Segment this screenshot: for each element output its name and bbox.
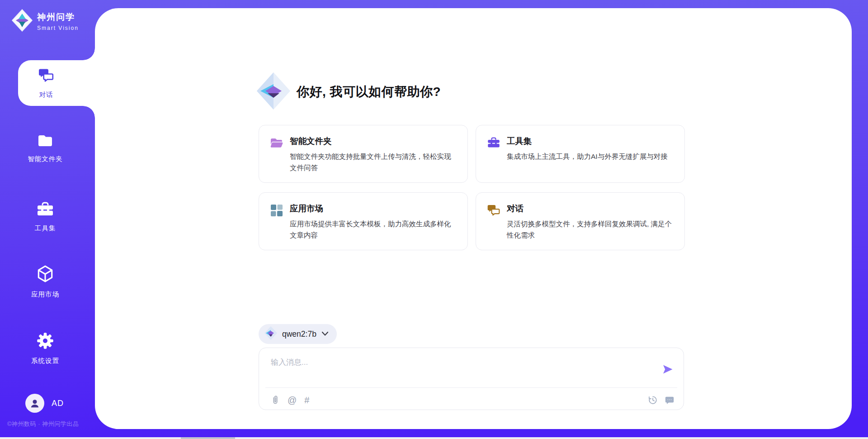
feature-cards: 智能文件夹 智能文件夹功能支持批量文件上传与清洗，轻松实现文件问答 工具集 集成…: [259, 125, 685, 250]
brand-name: 神州问学: [37, 11, 79, 23]
chat-bubbles-icon: [38, 67, 54, 86]
sidebar-item-chat[interactable]: 对话: [18, 60, 95, 106]
sidebar-item-toolset[interactable]: 工具集: [0, 201, 90, 233]
model-name: qwen2:7b: [282, 329, 316, 339]
chevron-down-icon: [321, 330, 329, 338]
feedback-button[interactable]: [665, 395, 675, 405]
hashtag-icon: #: [304, 395, 309, 405]
main-content-panel: 你好, 我可以如何帮助你? 智能文件夹 智能文件夹功能支持批量文件上传与清洗，轻…: [95, 8, 852, 429]
horizontal-scrollbar[interactable]: [0, 437, 868, 439]
sidebar-item-label: 对话: [39, 91, 53, 99]
cube-icon: [36, 264, 55, 285]
card-toolset[interactable]: 工具集 集成市场上主流工具，助力AI与外界无缝扩展与对接: [476, 125, 685, 183]
card-smart-folder[interactable]: 智能文件夹 智能文件夹功能支持批量文件上传与清洗，轻松实现文件问答: [259, 125, 468, 183]
toolbox-icon: [487, 136, 500, 174]
comment-icon: [665, 395, 675, 405]
sidebar-item-app-market[interactable]: 应用市场: [0, 264, 90, 299]
model-diamond-icon: [264, 326, 277, 342]
card-title: 工具集: [507, 135, 668, 147]
card-title: 应用市场: [290, 203, 456, 214]
attach-file-button[interactable]: [271, 395, 280, 405]
user-profile[interactable]: AD: [25, 394, 64, 413]
chat-bubbles-icon: [487, 204, 500, 242]
app-logo: 神州问学 Smart Vision: [12, 9, 79, 33]
sidebar-item-settings[interactable]: 系统设置: [0, 332, 90, 365]
scrollbar-thumb[interactable]: [181, 437, 235, 439]
greeting-title: 你好, 我可以如何帮助你?: [297, 83, 441, 100]
brand-diamond-icon: [12, 9, 33, 33]
folder-icon: [37, 133, 54, 150]
send-button[interactable]: [662, 363, 674, 375]
paperclip-icon: [271, 395, 280, 405]
sidebar-item-smart-folder[interactable]: 智能文件夹: [0, 133, 90, 163]
toolbox-icon: [36, 201, 54, 219]
message-composer: @ #: [259, 348, 684, 410]
composer-divider: [265, 387, 677, 388]
card-title: 对话: [507, 203, 673, 214]
brand-subtitle: Smart Vision: [37, 25, 79, 31]
history-button[interactable]: [648, 395, 658, 405]
send-icon: [662, 363, 674, 375]
user-initials: AD: [52, 399, 64, 408]
avatar: [25, 394, 44, 413]
folder-open-icon: [270, 136, 283, 174]
composer-toolbar: @ #: [271, 393, 675, 407]
copyright-footer: ©神州数码 · 神州问学出品: [7, 420, 79, 428]
message-input[interactable]: [265, 353, 656, 385]
mention-icon: @: [288, 395, 297, 405]
sidebar-item-label: 应用市场: [31, 290, 59, 299]
grid-icon: [270, 204, 283, 242]
sidebar-item-label: 智能文件夹: [28, 155, 63, 163]
history-icon: [648, 395, 658, 405]
greeting: 你好, 我可以如何帮助你?: [257, 72, 441, 111]
assistant-diamond-icon: [257, 72, 290, 111]
mention-button[interactable]: @: [288, 396, 297, 405]
card-app-market[interactable]: 应用市场 应用市场提供丰富长文本模板，助力高效生成多样化文章内容: [259, 192, 468, 250]
card-title: 智能文件夹: [290, 135, 456, 147]
card-chat[interactable]: 对话 灵活切换多模型文件，支持多样回复效果调试, 满足个性化需求: [476, 192, 685, 250]
card-description: 灵活切换多模型文件，支持多样回复效果调试, 满足个性化需求: [507, 218, 673, 241]
hashtag-button[interactable]: #: [304, 396, 309, 405]
gear-icon: [36, 332, 54, 352]
card-description: 集成市场上主流工具，助力AI与外界无缝扩展与对接: [507, 151, 668, 162]
card-description: 应用市场提供丰富长文本模板，助力高效生成多样化文章内容: [290, 218, 456, 241]
sidebar-item-label: 系统设置: [31, 357, 59, 365]
model-selector[interactable]: qwen2:7b: [259, 324, 337, 344]
card-description: 智能文件夹功能支持批量文件上传与清洗，轻松实现文件问答: [290, 151, 456, 173]
sidebar-item-label: 工具集: [35, 224, 56, 233]
